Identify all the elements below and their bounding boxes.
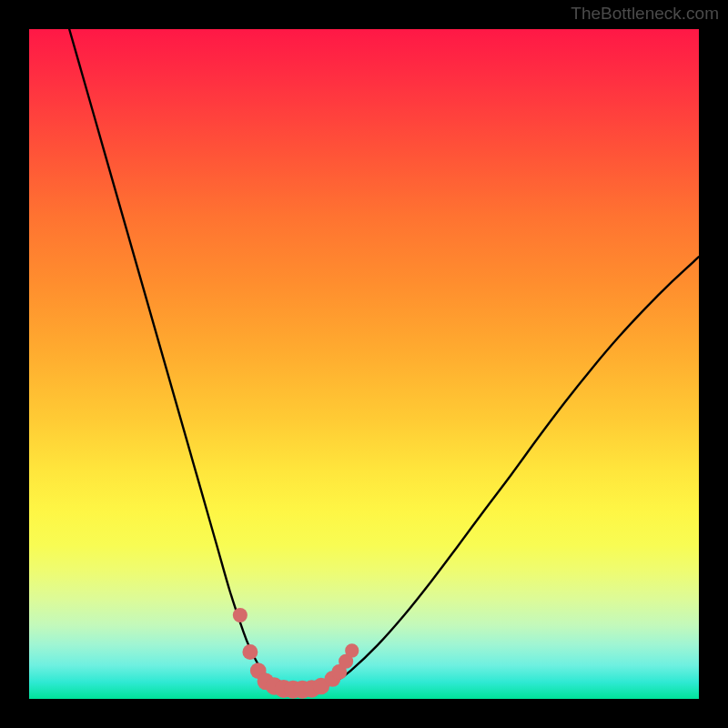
- bottleneck-curve: [69, 29, 699, 691]
- curve-marker: [233, 608, 248, 622]
- curve-marker: [345, 643, 359, 657]
- curve-marker: [242, 644, 258, 660]
- watermark-text: TheBottleneck.com: [571, 4, 719, 24]
- chart-frame: TheBottleneck.com: [0, 0, 728, 728]
- curve-markers: [233, 608, 359, 699]
- chart-svg: [29, 29, 699, 699]
- plot-area: [29, 29, 699, 699]
